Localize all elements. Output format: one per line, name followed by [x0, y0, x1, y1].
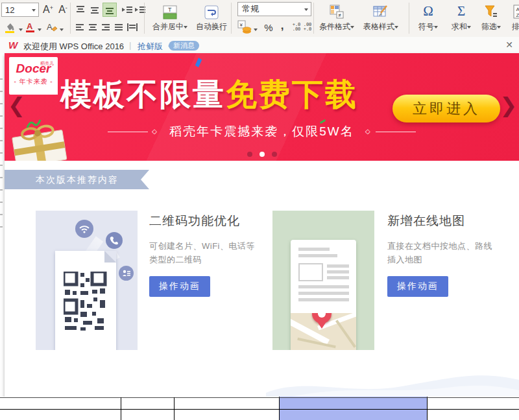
welcome-panel: 稻壳儿 Docer - 年卡来袭 - ❮ ❯ 模板不限量免费下载 立即进入 ◇ …: [5, 53, 519, 397]
gridline: [174, 397, 175, 420]
separator: [409, 3, 409, 34]
svg-text:A: A: [47, 22, 53, 32]
doc-line: [298, 298, 349, 301]
chevron-down-icon: [32, 9, 36, 14]
number-format-combo[interactable]: 常规: [237, 2, 311, 16]
number-format-value: 常规: [242, 3, 259, 15]
map-demo-button[interactable]: 操作动画: [387, 276, 448, 297]
separator: [144, 3, 145, 34]
new-message-badge[interactable]: 新消息: [169, 41, 199, 51]
enter-now-button[interactable]: 立即进入: [392, 95, 500, 122]
wps-logo: W: [8, 40, 18, 51]
omega-icon: Ω: [423, 3, 433, 19]
chevron-down-icon[interactable]: [38, 29, 42, 33]
carousel-next-button[interactable]: ❯: [500, 93, 517, 117]
wave-decoration: [266, 359, 519, 397]
chevron-down-icon[interactable]: [60, 29, 64, 33]
fill-color-button[interactable]: [3, 21, 18, 34]
align-bottom-button[interactable]: [103, 3, 117, 17]
separator: [231, 3, 232, 34]
clear-format-button[interactable]: A: [46, 21, 58, 34]
font-size-combo[interactable]: 12: [1, 3, 39, 17]
carousel-dots: [247, 152, 277, 157]
row-marks: [0, 67, 3, 229]
section-title-ribbon: 本次版本推荐内容: [5, 170, 149, 189]
qr-sheet: [55, 251, 116, 350]
align-top-button[interactable]: [74, 3, 87, 16]
docer-cn-label: 稻壳儿: [40, 60, 54, 67]
carousel-prev-button[interactable]: ❮: [8, 93, 25, 117]
chevron-down-icon[interactable]: [19, 29, 23, 33]
carousel-dot[interactable]: [247, 152, 252, 157]
carousel-dot[interactable]: [272, 152, 277, 157]
increase-decimal-button[interactable]: +.0.00: [291, 21, 302, 33]
decrease-font-button[interactable]: A-: [56, 3, 70, 17]
sum-button[interactable]: Σ 求和: [446, 1, 476, 35]
gridline: [121, 397, 121, 420]
doc-figure: [298, 263, 323, 281]
increase-indent-button[interactable]: [134, 3, 147, 16]
recommend-section: 本次版本推荐内容: [5, 161, 519, 397]
comma-format-button[interactable]: ,: [278, 19, 287, 32]
close-icon[interactable]: ✕: [505, 40, 513, 50]
doc-line: [298, 285, 349, 288]
align-right-button[interactable]: [100, 21, 112, 34]
filter-button[interactable]: 筛选: [477, 1, 505, 35]
card-description: 可创建名片、WiFi、电话等类型的二维码: [149, 239, 261, 266]
doc-line: [327, 264, 349, 268]
merge-center-icon: T: [162, 5, 178, 19]
conditional-format-button[interactable]: ≠ 条件格式: [317, 1, 357, 35]
deco-line: [376, 132, 416, 132]
deco-line: [108, 132, 148, 132]
spreadsheet-grid[interactable]: [0, 397, 519, 420]
banner-subline: ◇ 稻壳年卡震撼来袭，仅限5W名 ◇: [5, 123, 519, 140]
gridline: [0, 397, 519, 398]
sort-button[interactable]: A Z 排序: [507, 1, 519, 35]
character-eraser-icon: A: [46, 21, 58, 33]
gift-box-image: [5, 119, 76, 161]
currency-format-button[interactable]: ¥: [237, 20, 252, 34]
map-feature-illustration: [272, 211, 374, 350]
svg-text:A: A: [516, 6, 519, 12]
align-middle-button[interactable]: [88, 3, 101, 16]
carousel-dot-active[interactable]: [260, 152, 265, 157]
docer-badge: 稻壳儿 Docer - 年卡来袭 -: [9, 57, 58, 95]
docer-subtitle: - 年卡来袭 -: [9, 77, 58, 86]
chevron-down-icon[interactable]: [254, 29, 258, 33]
map-feature-card: 新增在线地图 直接在文档中按地点、路线插入地图 操作动画: [387, 213, 504, 297]
align-left-button[interactable]: [74, 21, 86, 34]
chevron-down-icon: [434, 26, 438, 30]
edition-link[interactable]: 抢鲜版: [138, 41, 163, 52]
separator: [70, 3, 71, 34]
qr-feature-illustration: [36, 211, 138, 350]
percent-format-button[interactable]: %: [262, 21, 275, 34]
welcome-tab-bar: W 欢迎使用 WPS Office 2016 | 抢鲜版 新消息 ✕: [0, 37, 519, 53]
justify-button[interactable]: [113, 21, 125, 34]
tab-divider: |: [129, 40, 131, 50]
align-center-button[interactable]: [87, 21, 99, 34]
qr-demo-button[interactable]: 操作动画: [149, 276, 210, 297]
distribute-icon: [127, 22, 138, 32]
chevron-down-icon: [184, 26, 187, 30]
increase-font-button[interactable]: A+: [40, 3, 56, 17]
distribute-button[interactable]: [126, 21, 139, 34]
symbol-button[interactable]: Ω 符号: [413, 1, 444, 35]
align-middle-icon: [90, 5, 100, 15]
align-bottom-icon: [104, 5, 115, 15]
merge-center-button[interactable]: T 合并居中: [148, 1, 192, 35]
tab-title[interactable]: 欢迎使用 WPS Office 2016: [23, 41, 124, 52]
selected-cells[interactable]: [279, 397, 428, 420]
table-style-button[interactable]: 表格样式: [359, 1, 402, 35]
font-color-button[interactable]: A: [25, 21, 36, 34]
align-center-icon: [88, 22, 98, 32]
justify-icon: [114, 22, 124, 32]
decrease-decimal-button[interactable]: .00+.0: [302, 21, 313, 33]
promo-banner[interactable]: 稻壳儿 Docer - 年卡来袭 - ❮ ❯ 模板不限量免费下载 立即进入 ◇ …: [5, 53, 519, 161]
decrease-indent-button[interactable]: [121, 3, 134, 16]
page-fold: [104, 251, 116, 262]
wrap-text-button[interactable]: 自动换行: [194, 1, 229, 35]
font-color-icon: A: [25, 21, 36, 33]
doc-line: [298, 292, 349, 295]
doc-line: [327, 270, 349, 274]
chevron-down-icon: [394, 26, 398, 30]
